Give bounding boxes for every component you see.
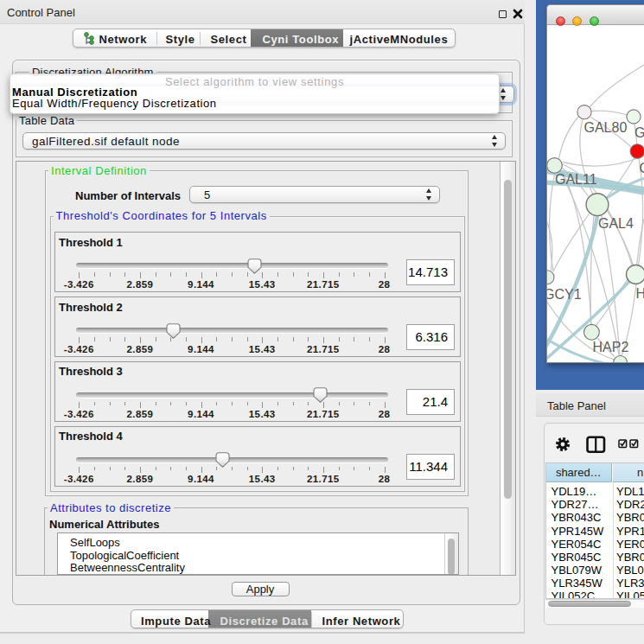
svg-text:C: C (640, 161, 644, 175)
svg-text:GA: GA (634, 125, 644, 140)
svg-text:H: H (636, 286, 644, 301)
svg-text:GAL80: GAL80 (584, 120, 628, 135)
svg-text:GAL4: GAL4 (598, 216, 634, 231)
svg-text:HAP2: HAP2 (593, 340, 629, 354)
svg-text:GCY1: GCY1 (547, 287, 582, 302)
svg-text:GAL11: GAL11 (555, 172, 597, 187)
